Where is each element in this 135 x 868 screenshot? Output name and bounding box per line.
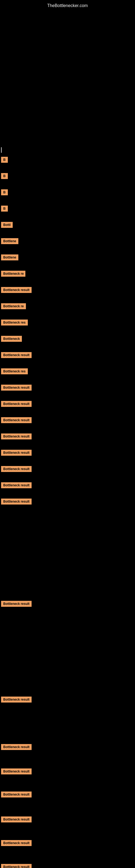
bottleneck-label: Bottleneck result bbox=[1, 466, 32, 472]
bottleneck-label: Bottleneck result bbox=[1, 499, 32, 504]
bottleneck-label: Bottleneck result bbox=[1, 601, 32, 607]
text-cursor bbox=[1, 147, 2, 153]
bottleneck-item: Bottlene bbox=[0, 238, 135, 245]
bottleneck-item: Bottleneck re bbox=[0, 303, 135, 310]
bottleneck-label: Bottl bbox=[1, 222, 13, 228]
bottleneck-item: Bottleneck result bbox=[0, 864, 135, 868]
bottleneck-item: B bbox=[0, 157, 135, 164]
bottleneck-label: Bottleneck bbox=[1, 336, 22, 342]
bottleneck-label: B bbox=[1, 173, 8, 179]
bottleneck-item: Bottleneck result bbox=[0, 792, 135, 799]
bottleneck-item: Bottleneck result bbox=[0, 499, 135, 506]
bottleneck-item: Bottleneck res bbox=[0, 319, 135, 327]
bottleneck-label: Bottleneck result bbox=[1, 864, 32, 868]
bottleneck-item: B bbox=[0, 173, 135, 180]
bottleneck-label: Bottleneck result bbox=[1, 384, 32, 391]
bottleneck-item: Bottleneck result bbox=[0, 466, 135, 473]
bottleneck-label: Bottleneck result bbox=[1, 433, 32, 439]
bottleneck-label: Bottleneck result bbox=[1, 450, 32, 456]
bottleneck-label: Bottleneck result bbox=[1, 744, 32, 750]
bottleneck-label: Bottleneck result bbox=[1, 769, 32, 774]
bottleneck-label: Bottleneck result bbox=[1, 417, 32, 423]
bottleneck-label: Bottlene bbox=[1, 238, 18, 244]
bottleneck-item: Bottlene bbox=[0, 254, 135, 261]
bottleneck-label: Bottleneck result bbox=[1, 287, 32, 293]
bottleneck-label: Bottleneck result bbox=[1, 352, 32, 358]
bottleneck-label: B bbox=[1, 189, 8, 195]
items-container: BBBBBottlBottleneBottleneBottleneck reBo… bbox=[0, 10, 135, 868]
bottleneck-item: Bottleneck result bbox=[0, 287, 135, 294]
bottleneck-item: Bottleneck result bbox=[0, 840, 135, 847]
bottleneck-item: Bottleneck result bbox=[0, 384, 135, 392]
bottleneck-item: Bottleneck result bbox=[0, 696, 135, 704]
bottleneck-item: Bottleneck result bbox=[0, 417, 135, 424]
bottleneck-label: Bottlene bbox=[1, 254, 18, 260]
site-title: TheBottlenecker.com bbox=[0, 0, 135, 10]
bottleneck-label: Bottleneck re bbox=[1, 303, 26, 309]
bottleneck-label: B bbox=[1, 157, 8, 163]
bottleneck-item: Bottleneck result bbox=[0, 450, 135, 457]
bottleneck-item: B bbox=[0, 189, 135, 196]
bottleneck-label: Bottleneck result bbox=[1, 816, 32, 823]
bottleneck-item: Bottleneck result bbox=[0, 816, 135, 824]
bottleneck-item: Bottleneck result bbox=[0, 482, 135, 489]
bottleneck-label: Bottleneck result bbox=[1, 482, 32, 488]
bottleneck-item: Bottleneck result bbox=[0, 433, 135, 440]
bottleneck-label: Bottleneck res bbox=[1, 319, 28, 326]
site-header: TheBottlenecker.com bbox=[0, 0, 135, 10]
bottleneck-label: Bottleneck result bbox=[1, 792, 32, 798]
bottleneck-item: Bottl bbox=[0, 222, 135, 229]
bottleneck-label: Bottleneck res bbox=[1, 368, 28, 374]
bottleneck-item: Bottleneck result bbox=[0, 769, 135, 775]
bottleneck-item: Bottleneck result bbox=[0, 744, 135, 751]
bottleneck-item: Bottleneck res bbox=[0, 368, 135, 375]
bottleneck-item: Bottleneck bbox=[0, 336, 135, 343]
bottleneck-label: Bottleneck result bbox=[1, 401, 32, 407]
bottleneck-item: Bottleneck result bbox=[0, 401, 135, 408]
bottleneck-item: Bottleneck result bbox=[0, 352, 135, 359]
bottleneck-item: Bottleneck result bbox=[0, 601, 135, 608]
bottleneck-label: B bbox=[1, 206, 8, 212]
bottleneck-item: Bottleneck re bbox=[0, 271, 135, 278]
bottleneck-label: Bottleneck result bbox=[1, 840, 32, 846]
bottleneck-label: Bottleneck re bbox=[1, 271, 26, 277]
bottleneck-label: Bottleneck result bbox=[1, 696, 32, 703]
bottleneck-item: B bbox=[0, 206, 135, 213]
